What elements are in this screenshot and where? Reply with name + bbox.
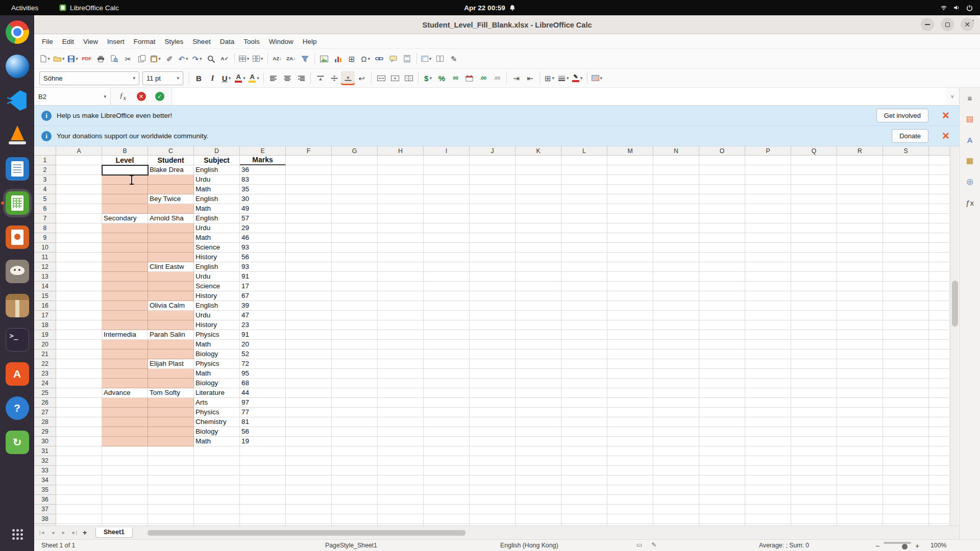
insert-column-button[interactable]: ▾	[251, 52, 265, 66]
row-header-29[interactable]: 29	[34, 427, 56, 437]
cell-J37[interactable]	[470, 505, 516, 514]
cell-A27[interactable]	[56, 408, 102, 417]
cell-O3[interactable]	[699, 175, 745, 185]
cell-O16[interactable]	[699, 301, 745, 311]
row-header-37[interactable]: 37	[34, 505, 56, 514]
cell-P31[interactable]	[745, 446, 791, 456]
cell-R31[interactable]	[837, 446, 883, 456]
row-header-23[interactable]: 23	[34, 369, 56, 379]
cell-B3[interactable]	[102, 175, 148, 185]
cell-S33[interactable]	[883, 466, 929, 475]
cell-F34[interactable]	[286, 475, 332, 485]
cell-D7[interactable]: English	[194, 214, 240, 223]
cell-L38[interactable]	[561, 514, 607, 524]
dock-recycle-app-icon[interactable]: ↻	[6, 431, 29, 454]
row-header-6[interactable]: 6	[34, 204, 56, 214]
cell-G19[interactable]	[332, 330, 378, 340]
cell-E33[interactable]	[240, 466, 286, 475]
chevron-down-icon[interactable]: ▾	[243, 76, 246, 81]
cell-T31[interactable]	[929, 446, 950, 456]
row-header-30[interactable]: 30	[34, 437, 56, 446]
cell-T25[interactable]	[929, 388, 950, 398]
cell-F37[interactable]	[286, 505, 332, 514]
cell-E32[interactable]	[240, 456, 286, 466]
cell-L8[interactable]	[561, 223, 607, 233]
cell-F7[interactable]	[286, 214, 332, 223]
chevron-down-icon[interactable]: ▾	[177, 76, 179, 81]
cell-B37[interactable]	[102, 505, 148, 514]
cell-P38[interactable]	[745, 514, 791, 524]
cell-B21[interactable]	[102, 349, 148, 359]
cell-I26[interactable]	[424, 398, 470, 408]
cell-L11[interactable]	[561, 253, 607, 262]
selection-mode-icon[interactable]: ▭	[636, 541, 642, 548]
cell-K34[interactable]	[516, 475, 561, 485]
cell-B10[interactable]	[102, 243, 148, 253]
cell-C29[interactable]	[148, 427, 194, 437]
cell-A16[interactable]	[56, 301, 102, 311]
cell-M18[interactable]	[607, 320, 653, 330]
menu-edit[interactable]: Edit	[58, 36, 79, 47]
cell-N14[interactable]	[653, 282, 699, 291]
cell-O7[interactable]	[699, 214, 745, 223]
cell-O12[interactable]	[699, 262, 745, 272]
cell-I33[interactable]	[424, 466, 470, 475]
cell-P18[interactable]	[745, 320, 791, 330]
cell-N15[interactable]	[653, 291, 699, 301]
cell-I29[interactable]	[424, 427, 470, 437]
cell-I16[interactable]	[424, 301, 470, 311]
clone-formatting-button[interactable]: ✐	[163, 52, 177, 66]
cell-L29[interactable]	[561, 427, 607, 437]
cell-I4[interactable]	[424, 185, 470, 194]
cell-K30[interactable]	[516, 437, 561, 446]
cell-D15[interactable]: History	[194, 291, 240, 301]
cell-K10[interactable]	[516, 243, 561, 253]
close-button[interactable]: ✕	[961, 18, 974, 31]
cell-J24[interactable]	[470, 379, 516, 388]
row-header-16[interactable]: 16	[34, 301, 56, 311]
cell-Q38[interactable]	[791, 514, 837, 524]
cell-R20[interactable]	[837, 340, 883, 349]
cell-O30[interactable]	[699, 437, 745, 446]
cell-N26[interactable]	[653, 398, 699, 408]
cell-E3[interactable]: 83	[240, 175, 286, 185]
print-preview-button[interactable]	[108, 52, 121, 66]
column-header-R[interactable]: R	[837, 146, 883, 156]
cell-R18[interactable]	[837, 320, 883, 330]
close-infobar-icon[interactable]: ✕	[942, 111, 950, 120]
cell-Q19[interactable]	[791, 330, 837, 340]
cell-K8[interactable]	[516, 223, 561, 233]
row-header-19[interactable]: 19	[34, 330, 56, 340]
cell-I32[interactable]	[424, 456, 470, 466]
cell-E2[interactable]: 36	[240, 165, 286, 175]
cell-K32[interactable]	[516, 456, 561, 466]
cell-M23[interactable]	[607, 369, 653, 379]
cell-N6[interactable]	[653, 204, 699, 214]
cell-S6[interactable]	[883, 204, 929, 214]
cell-K29[interactable]	[516, 427, 561, 437]
cell-O31[interactable]	[699, 446, 745, 456]
cell-B9[interactable]	[102, 233, 148, 243]
unmerge-cells-button[interactable]	[402, 71, 415, 85]
menu-help[interactable]: Help	[298, 36, 322, 47]
cell-I30[interactable]	[424, 437, 470, 446]
cell-D30[interactable]: Math	[194, 437, 240, 446]
cell-A37[interactable]	[56, 505, 102, 514]
italic-button[interactable]: I	[206, 71, 219, 85]
cell-P33[interactable]	[745, 466, 791, 475]
cell-C21[interactable]	[148, 349, 194, 359]
cell-D6[interactable]: Math	[194, 204, 240, 214]
cell-B4[interactable]	[102, 185, 148, 194]
cell-E11[interactable]: 56	[240, 253, 286, 262]
cell-B25[interactable]: Advance	[102, 388, 148, 398]
cell-F15[interactable]	[286, 291, 332, 301]
row-header-34[interactable]: 34	[34, 475, 56, 485]
cell-N2[interactable]	[653, 165, 699, 175]
cell-M27[interactable]	[607, 408, 653, 417]
cell-B30[interactable]	[102, 437, 148, 446]
cell-C28[interactable]	[148, 417, 194, 427]
underline-button[interactable]: U▾	[219, 71, 233, 85]
cell-G10[interactable]	[332, 243, 378, 253]
cell-A28[interactable]	[56, 417, 102, 427]
row-header-22[interactable]: 22	[34, 359, 56, 369]
